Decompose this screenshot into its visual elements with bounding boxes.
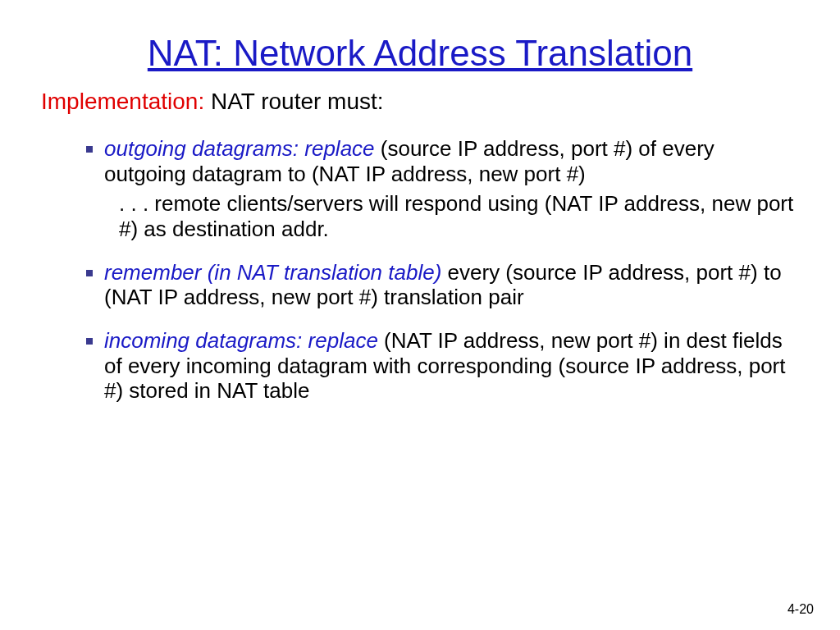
slide-title: NAT: Network Address Translation	[41, 33, 799, 74]
bullet-icon	[86, 270, 93, 276]
list-item: incoming datagrams: replace (NAT IP addr…	[86, 328, 799, 404]
bullet-icon	[86, 338, 93, 345]
bullet-subnote: . . . remote clients/servers will respon…	[86, 191, 799, 241]
bullet-body: remember (in NAT translation table) ever…	[104, 260, 799, 310]
bullet-list: outgoing datagrams: replace (source IP a…	[41, 136, 799, 404]
bullet-blue: incoming datagrams: replace	[104, 328, 378, 353]
bullet-icon	[86, 146, 93, 153]
lead-line: Implementation: NAT router must:	[41, 89, 799, 115]
lead-red: Implementation:	[41, 89, 204, 114]
list-item: outgoing datagrams: replace (source IP a…	[86, 136, 799, 242]
list-item: remember (in NAT translation table) ever…	[86, 260, 799, 310]
bullet-blue: outgoing datagrams: replace	[104, 136, 375, 161]
slide: NAT: Network Address Translation Impleme…	[0, 0, 840, 446]
bullet-body: incoming datagrams: replace (NAT IP addr…	[104, 328, 799, 404]
page-number: 4-20	[788, 602, 814, 617]
bullet-blue: remember (in NAT translation table)	[104, 260, 441, 285]
lead-rest: NAT router must:	[204, 89, 383, 114]
bullet-body: outgoing datagrams: replace (source IP a…	[104, 136, 799, 186]
